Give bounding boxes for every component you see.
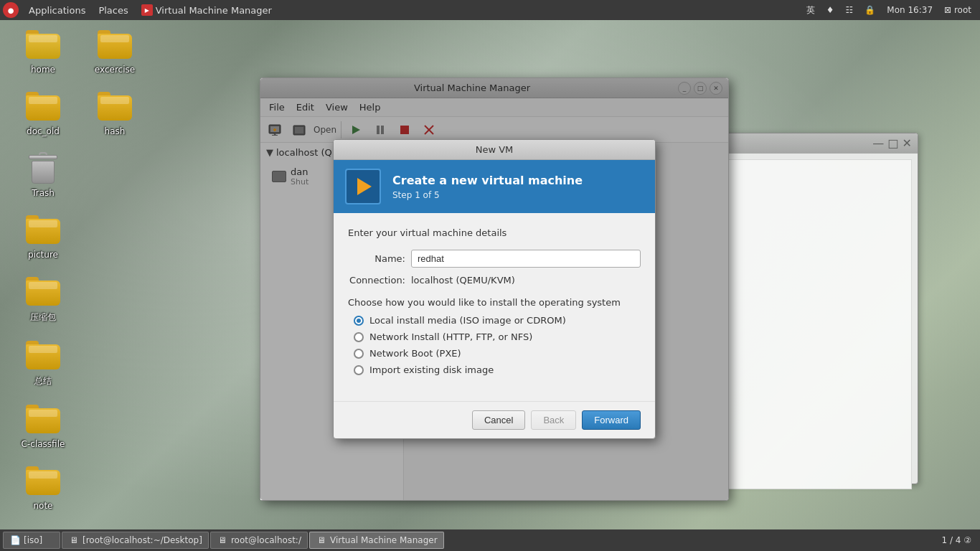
back-button[interactable]: Back (531, 410, 576, 430)
trash-icon (26, 151, 60, 185)
dialog-header-main-title: Create a new virtual machine (392, 174, 583, 187)
install-options-label: Choose how you would like to install the… (348, 297, 641, 308)
lock-indicator: 🔒 (862, 4, 878, 17)
radio-local-btn[interactable] (354, 316, 364, 326)
radio-network-install[interactable]: Network Install (HTTP, FTP, or NFS) (348, 331, 641, 342)
taskbar-iso[interactable]: 📄 [iso] (3, 532, 60, 549)
places-menu[interactable]: Places (93, 4, 133, 17)
note-label: note (33, 501, 52, 511)
forward-button[interactable]: Forward (582, 410, 641, 430)
radio-network-boot-label: Network Boot (PXE) (369, 348, 461, 359)
c-classfile-label: C-classfile (22, 439, 65, 449)
taskbar-vm-manager[interactable]: 🖥 Virtual Machine Manager (309, 532, 444, 549)
network-indicator: ☷ (843, 4, 857, 17)
excercise-label: excercise (95, 65, 135, 75)
hash-label: hash (105, 126, 126, 136)
dialog-description: Enter your virtual machine details (348, 227, 641, 238)
name-form-row: Name: (348, 250, 641, 268)
summary-icon (26, 338, 60, 372)
dialog-footer: Cancel Back Forward (334, 401, 655, 438)
lang-indicator: 英 (804, 3, 818, 18)
c-classfile-icon (26, 402, 60, 436)
radio-local-label: Local install media (ISO image or CDROM) (369, 315, 566, 326)
desktop-icon-excercise[interactable]: excercise (86, 27, 143, 75)
panel-left: ● Applications Places ▶ Virtual Machine … (0, 2, 278, 18)
taskbar-vm-manager-icon: 🖥 (316, 534, 327, 546)
connection-label: Connection: (348, 275, 405, 286)
dialog-title: New VM (339, 144, 649, 155)
compress-label: 压缩包 (30, 311, 56, 324)
trash-label: Trash (32, 188, 55, 198)
taskbar-iso-icon: 📄 (9, 534, 21, 546)
cancel-button[interactable]: Cancel (472, 410, 525, 430)
desktop-icon-hash[interactable]: hash (86, 89, 143, 136)
clock: Mon 16:37 (884, 4, 936, 17)
summary-label: 总结 (34, 375, 52, 387)
home-label: home (31, 65, 55, 75)
taskbar-terminal-root-label: root@localhost:/ (231, 535, 301, 545)
dialog-titlebar: New VM (334, 140, 655, 160)
note-icon (26, 463, 60, 498)
taskbar-page-indicator: 1 / 4 ② (936, 535, 977, 545)
vm-panel-icon: ▶ (141, 4, 153, 16)
taskbar-terminal-desktop-label: [root@localhost:~/Desktop] (83, 535, 202, 545)
doc-old-icon (26, 89, 60, 123)
desktop-icon-c-classfile[interactable]: C-classfile (14, 402, 72, 449)
desktop-icon-home[interactable]: home (14, 27, 72, 75)
home-icon (26, 27, 60, 62)
panel-app-icon: ● (3, 2, 19, 18)
page-num: ② (963, 535, 971, 545)
dialog-body: Enter your virtual machine details Name:… (334, 213, 655, 401)
radio-import-disk[interactable]: Import existing disk image (348, 364, 641, 375)
connection-form-row: Connection: localhost (QEMU/KVM) (348, 275, 641, 286)
dialog-header-step: Step 1 of 5 (392, 190, 583, 200)
new-vm-dialog: New VM Create a new virtual machine Step… (333, 139, 656, 439)
panel-vm-label: ▶ Virtual Machine Manager (136, 3, 278, 17)
radio-network-boot[interactable]: Network Boot (PXE) (348, 348, 641, 359)
vm-manager-window: Virtual Machine Manager _ □ ✕ File Edit … (260, 77, 729, 501)
connection-value: localhost (QEMU/KVM) (411, 275, 515, 286)
hash-icon (98, 89, 132, 123)
desktop-icon-picture[interactable]: picture (14, 212, 72, 260)
desktop-icons: home doc_old Trash (14, 27, 129, 515)
vm-panel-title: Virtual Machine Manager (156, 5, 272, 16)
desktop-icon-compress[interactable]: 压缩包 (14, 274, 72, 324)
name-label: Name: (348, 253, 405, 264)
taskbar-terminal-desktop[interactable]: 🖥 [root@localhost:~/Desktop] (62, 532, 209, 549)
user-indicator: ⊠ root (941, 4, 974, 17)
page-indicator: 1 / 4 (941, 535, 961, 545)
desktop-icon-doc-old[interactable]: doc_old (14, 89, 72, 136)
taskbar-terminal-root[interactable]: 🖥 root@localhost:/ (210, 532, 308, 549)
radio-local[interactable]: Local install media (ISO image or CDROM) (348, 315, 641, 326)
radio-import-disk-label: Import existing disk image (369, 364, 494, 375)
applications-menu[interactable]: Applications (23, 4, 91, 17)
dialog-header: Create a new virtual machine Step 1 of 5 (334, 160, 655, 213)
radio-import-disk-btn[interactable] (354, 365, 364, 375)
radio-network-install-btn[interactable] (354, 332, 364, 342)
taskbar-vm-manager-label: Virtual Machine Manager (330, 535, 438, 545)
new-vm-dialog-overlay: New VM Create a new virtual machine Step… (260, 78, 728, 500)
desktop-icon-note[interactable]: note (14, 463, 72, 511)
dialog-header-text: Create a new virtual machine Step 1 of 5 (392, 174, 583, 200)
radio-network-boot-btn[interactable] (354, 349, 364, 359)
taskbar-iso-label: [iso] (24, 535, 42, 545)
top-panel: ● Applications Places ▶ Virtual Machine … (0, 0, 980, 20)
sound-indicator: ♦ (824, 4, 837, 17)
name-input[interactable] (411, 250, 641, 268)
taskbar: 📄 [iso] 🖥 [root@localhost:~/Desktop] 🖥 r… (0, 529, 980, 551)
dialog-header-icon (345, 169, 381, 204)
taskbar-terminal-root-icon: 🖥 (217, 534, 228, 546)
picture-label: picture (28, 250, 58, 260)
picture-icon (26, 212, 60, 247)
excercise-icon (98, 27, 132, 62)
panel-right: 英 ♦ ☷ 🔒 Mon 16:37 ⊠ root (804, 3, 980, 18)
desktop: ● Applications Places ▶ Virtual Machine … (0, 0, 980, 551)
desktop-icon-trash[interactable]: Trash (14, 151, 72, 198)
install-options: Choose how you would like to install the… (348, 297, 641, 375)
radio-network-install-label: Network Install (HTTP, FTP, or NFS) (369, 331, 532, 342)
compress-icon (26, 274, 60, 309)
doc-old-label: doc_old (27, 126, 60, 136)
play-icon (357, 178, 372, 195)
desktop-icon-summary[interactable]: 总结 (14, 338, 72, 387)
taskbar-terminal-desktop-icon: 🖥 (68, 534, 80, 546)
